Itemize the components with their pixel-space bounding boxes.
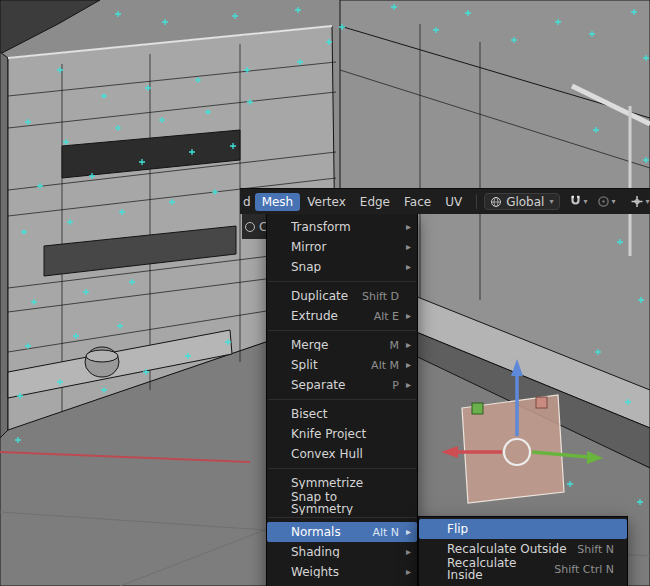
menu-item-label: Mirror xyxy=(291,241,399,253)
orientation-globe-icon xyxy=(490,196,502,208)
menu-item-shortcut: P xyxy=(392,380,399,391)
orientation-value: Global xyxy=(506,195,544,209)
menu-item-merge[interactable]: Merge M ▸ xyxy=(267,335,417,355)
chevron-down-icon[interactable]: ▾ xyxy=(611,197,615,206)
menu-item-label: Extrude xyxy=(291,310,374,322)
menu-item-label: Weights xyxy=(291,566,399,578)
submenu-arrow-icon: ▸ xyxy=(402,567,411,577)
menu-separator xyxy=(268,399,416,400)
menu-item-label: Flip xyxy=(447,523,614,535)
menu-item-mirror[interactable]: Mirror ▸ xyxy=(267,237,417,257)
submenu-arrow-icon: ▸ xyxy=(402,547,411,557)
submenu-arrow-icon: ▸ xyxy=(402,340,411,350)
menu-item-shortcut: M xyxy=(390,340,400,351)
submenu-arrow-icon: ▸ xyxy=(402,222,411,232)
menu-item-sort-elements[interactable]: Sort Elements... ▸ xyxy=(267,582,417,586)
clipped-add-menu[interactable]: d xyxy=(243,195,251,209)
menu-item-label: Knife Project xyxy=(291,428,399,440)
menu-item-snap[interactable]: Snap ▸ xyxy=(267,257,417,277)
menu-item-label: Shading xyxy=(291,546,399,558)
chevron-down-icon[interactable]: ▾ xyxy=(645,197,649,206)
menu-item-label: Snap xyxy=(291,261,399,273)
menu-item-label: Symmetrize xyxy=(291,477,399,489)
menu-item-shortcut: Alt M xyxy=(371,360,399,371)
menu-separator xyxy=(268,330,416,331)
show-gizmos-icon[interactable] xyxy=(630,195,644,208)
submenu-item-flip[interactable]: Flip xyxy=(419,519,627,539)
menu-item-transform[interactable]: Transform ▸ xyxy=(267,217,417,237)
proportional-editing-icon[interactable] xyxy=(597,195,610,208)
menu-item-shortcut: Shift D xyxy=(362,291,399,302)
menu-item-symmetrize[interactable]: Symmetrize xyxy=(267,473,417,493)
menu-item-knife-project[interactable]: Knife Project xyxy=(267,424,417,444)
normals-submenu-panel: Flip Recalculate Outside Shift N Recalcu… xyxy=(418,516,628,586)
submenu-arrow-icon: ▸ xyxy=(402,311,411,321)
chevron-down-icon: ▾ xyxy=(549,197,553,206)
menu-item-snap-to-symmetry[interactable]: Snap to Symmetry xyxy=(267,493,417,513)
mesh-menu-panel: Transform ▸ Mirror ▸ Snap ▸ Duplicate Sh… xyxy=(266,213,418,586)
menu-vertex[interactable]: Vertex xyxy=(300,193,353,211)
menu-item-shortcut: Alt N xyxy=(372,527,399,538)
menu-item-label: Bisect xyxy=(291,408,399,420)
menu-uv[interactable]: UV xyxy=(438,193,469,211)
submenu-arrow-icon: ▸ xyxy=(402,380,411,390)
submenu-item-recalculate-inside[interactable]: Recalculate Inside Shift Ctrl N xyxy=(419,559,627,579)
menu-edge[interactable]: Edge xyxy=(353,193,397,211)
menu-item-separate[interactable]: Separate P ▸ xyxy=(267,375,417,395)
menu-face[interactable]: Face xyxy=(397,193,438,211)
menu-separator xyxy=(268,281,416,282)
menu-item-duplicate[interactable]: Duplicate Shift D xyxy=(267,286,417,306)
header-divider xyxy=(476,194,477,209)
viewport-header: d Mesh Vertex Edge Face UV Global ▾ ▾ xyxy=(240,188,650,214)
chevron-down-icon[interactable]: ▾ xyxy=(583,197,587,206)
menu-item-label: Normals xyxy=(291,526,372,538)
circle-icon xyxy=(245,222,255,232)
menu-item-shortcut: Shift Ctrl N xyxy=(554,564,614,575)
menu-item-label: Recalculate Inside xyxy=(447,557,554,581)
gizmo-plane-handle-green[interactable] xyxy=(472,403,483,414)
menu-item-split[interactable]: Split Alt M ▸ xyxy=(267,355,417,375)
menu-item-shading[interactable]: Shading ▸ xyxy=(267,542,417,562)
menu-item-label: Snap to Symmetry xyxy=(291,491,399,515)
menu-item-label: Separate xyxy=(291,379,392,391)
menu-item-normals[interactable]: Normals Alt N ▸ xyxy=(267,522,417,542)
submenu-arrow-icon: ▸ xyxy=(402,262,411,272)
menu-item-shortcut: Alt E xyxy=(374,311,399,322)
menu-item-label: Transform xyxy=(291,221,399,233)
menu-mesh[interactable]: Mesh xyxy=(255,193,301,211)
menu-item-shortcut: Shift N xyxy=(577,544,614,555)
blender-window: d Mesh Vertex Edge Face UV Global ▾ ▾ xyxy=(0,0,650,586)
menu-item-extrude[interactable]: Extrude Alt E ▸ xyxy=(267,306,417,326)
menu-item-label: Duplicate xyxy=(291,290,362,302)
transform-orientation-dropdown[interactable]: Global ▾ xyxy=(484,193,560,210)
submenu-arrow-icon: ▸ xyxy=(402,242,411,252)
submenu-item-recalculate-outside[interactable]: Recalculate Outside Shift N xyxy=(419,539,627,559)
menu-item-bisect[interactable]: Bisect xyxy=(267,404,417,424)
menu-item-label: Merge xyxy=(291,339,390,351)
menu-separator xyxy=(268,517,416,518)
menu-item-label: Split xyxy=(291,359,371,371)
menu-separator xyxy=(268,468,416,469)
submenu-arrow-icon: ▸ xyxy=(402,360,411,370)
menu-item-label: Recalculate Outside xyxy=(447,543,577,555)
menu-item-label: Convex Hull xyxy=(291,448,399,460)
redo-panel-fragment[interactable]: Cir xyxy=(242,214,269,239)
snap-magnet-icon[interactable] xyxy=(569,195,582,208)
submenu-arrow-icon: ▸ xyxy=(402,527,411,537)
menu-item-convex-hull[interactable]: Convex Hull xyxy=(267,444,417,464)
gizmo-plane-handle-red[interactable] xyxy=(536,397,547,408)
menu-item-weights[interactable]: Weights ▸ xyxy=(267,562,417,582)
